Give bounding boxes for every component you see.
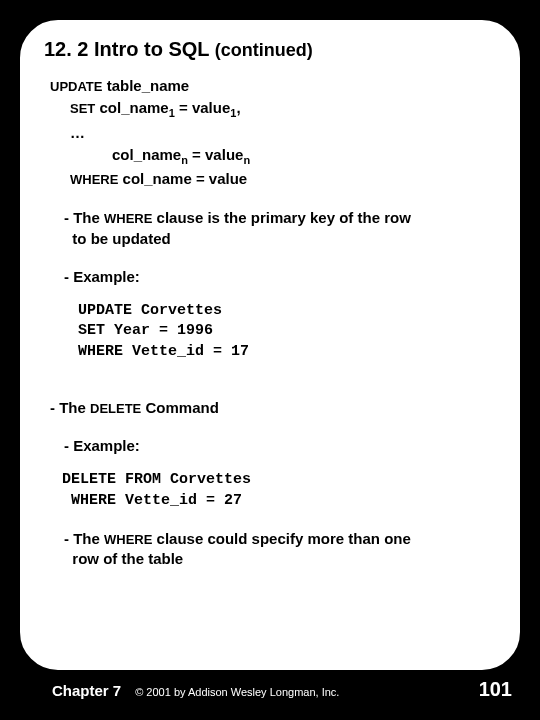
setn-colname: col_name <box>112 146 181 163</box>
setn-sub1: n <box>181 154 188 166</box>
set-colname: col_name <box>95 99 168 116</box>
slide-footer: Chapter 7 © 2001 by Addison Wesley Longm… <box>0 678 540 706</box>
set-eq: = value <box>175 99 230 116</box>
syntax-line-set: SET col_name1 = value1, <box>70 97 500 122</box>
setn-eq: = value <box>188 146 243 163</box>
bp-text2: clause is the primary key of the row <box>152 209 410 226</box>
syntax-line-ellipsis: … <box>70 122 500 144</box>
syntax-line-update: UPDATE table_name <box>50 75 500 97</box>
syntax-line-where: WHERE col_name = value <box>70 168 500 190</box>
footer-chapter: Chapter 7 <box>52 682 121 699</box>
footer-copyright: © 2001 by Addison Wesley Longman, Inc. <box>135 686 339 698</box>
bd-delete-kw: DELETE <box>90 401 141 416</box>
bm-text1: - The <box>64 530 104 547</box>
set-comma: , <box>236 99 240 116</box>
code-update-example: UPDATE Corvettes SET Year = 1996 WHERE V… <box>78 301 500 362</box>
slide-card: 12. 2 Intro to SQL (continued) UPDATE ta… <box>18 18 522 672</box>
bp-text1: - The <box>64 209 104 226</box>
bm-text3: row of the table <box>72 550 183 567</box>
title-continued: (continued) <box>215 40 313 60</box>
set-keyword: SET <box>70 101 95 116</box>
where-condition: col_name = value <box>118 170 247 187</box>
footer-pagenum: 101 <box>479 678 512 701</box>
setn-sub2: n <box>243 154 250 166</box>
title-text: 12. 2 Intro to SQL <box>44 38 215 60</box>
where-keyword: WHERE <box>70 172 118 187</box>
bp-text3: to be updated <box>72 230 170 247</box>
update-tablename: table_name <box>102 77 189 94</box>
bp-where-kw: WHERE <box>104 211 152 226</box>
bd-text1: - The <box>50 399 90 416</box>
bm-text2: clause could specify more than one <box>152 530 410 547</box>
sql-syntax-block: UPDATE table_name SET col_name1 = value1… <box>50 75 500 190</box>
bullet-example-1: - Example: <box>64 267 500 287</box>
bd-text2: Command <box>141 399 219 416</box>
section-title: 12. 2 Intro to SQL (continued) <box>44 38 500 61</box>
bullet-where-pk: - The WHERE clause is the primary key of… <box>64 208 500 249</box>
bullet-multirow: - The WHERE clause could specify more th… <box>64 529 500 570</box>
code-delete-example: DELETE FROM Corvettes WHERE Vette_id = 2… <box>62 470 500 511</box>
update-keyword: UPDATE <box>50 79 102 94</box>
bullet-delete-cmd: - The DELETE Command <box>50 398 500 418</box>
bullet-example-2: - Example: <box>64 436 500 456</box>
bm-where-kw: WHERE <box>104 532 152 547</box>
syntax-line-setn: col_namen = valuen <box>112 144 500 169</box>
